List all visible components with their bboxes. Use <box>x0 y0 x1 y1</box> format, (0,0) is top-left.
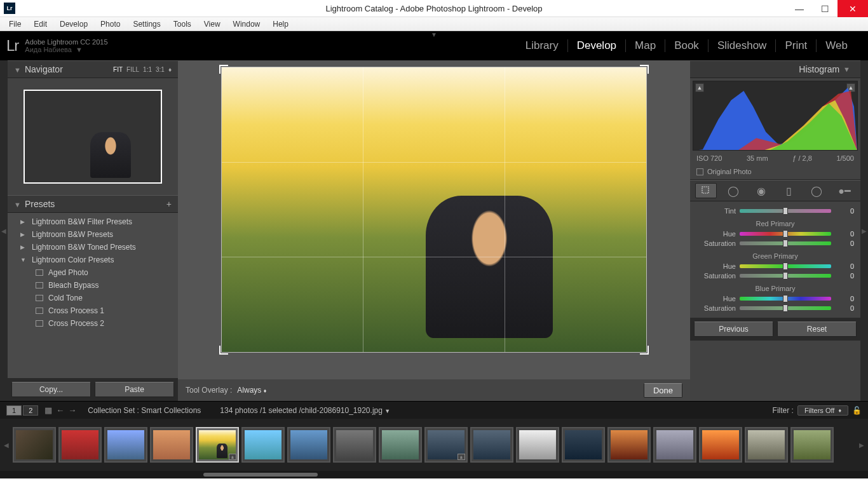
presets-header[interactable]: ▼Presets + <box>8 195 178 213</box>
preset-item[interactable]: Aged Photo <box>8 266 178 279</box>
preset-group[interactable]: ▶Lightroom B&W Toned Presets <box>8 241 178 254</box>
lock-icon[interactable]: 🔓 <box>852 406 862 415</box>
filmstrip-scrollbar[interactable] <box>0 471 868 478</box>
collection-name[interactable]: Smart Collections <box>141 406 201 415</box>
hue-slider-row[interactable]: Hue0 <box>696 262 854 270</box>
slider-thumb[interactable] <box>783 230 788 238</box>
filmstrip-thumb[interactable] <box>58 427 102 463</box>
filmstrip-left-icon[interactable]: ◀ <box>3 442 10 449</box>
module-develop[interactable]: Develop <box>568 39 626 52</box>
preset-item[interactable]: Bleach Bypass <box>8 279 178 292</box>
reset-button[interactable]: Reset <box>777 322 857 337</box>
filmstrip-thumb[interactable]: ± <box>424 427 468 463</box>
filmstrip-thumb[interactable] <box>607 427 651 463</box>
module-slideshow[interactable]: Slideshow <box>709 39 776 52</box>
radial-tool-icon[interactable]: ◯ <box>806 183 827 198</box>
menu-tools[interactable]: Tools <box>167 18 198 30</box>
hue-slider-row[interactable]: Hue0 <box>696 230 854 238</box>
menu-develop[interactable]: Develop <box>53 18 94 30</box>
filmstrip-thumb[interactable] <box>470 427 513 463</box>
previous-button[interactable]: Previous <box>694 322 773 337</box>
minimize-button[interactable]: — <box>787 0 812 17</box>
histogram-display[interactable]: ▲ ▲ <box>693 81 858 151</box>
module-web[interactable]: Web <box>817 39 857 52</box>
preset-item[interactable]: Cross Process 2 <box>8 317 178 330</box>
paste-button[interactable]: Paste <box>95 382 174 397</box>
filmstrip-right-icon[interactable]: ▶ <box>858 442 865 449</box>
checkbox-icon[interactable] <box>696 168 703 175</box>
filter-select[interactable]: Filters Off♦ <box>797 405 848 416</box>
slider-thumb[interactable] <box>783 295 788 302</box>
filmstrip-thumb[interactable] <box>790 427 834 463</box>
filmstrip-thumb[interactable] <box>653 427 696 463</box>
slider-thumb[interactable] <box>783 240 788 247</box>
module-print[interactable]: Print <box>776 39 817 52</box>
nav-zoom-3to1[interactable]: 3:1 <box>156 66 165 73</box>
menu-settings[interactable]: Settings <box>126 18 166 30</box>
view-mode-2[interactable]: 2 <box>23 405 38 416</box>
scrollbar-thumb[interactable] <box>203 473 318 477</box>
filmstrip-thumb[interactable] <box>562 427 605 463</box>
crop-overlay[interactable] <box>221 67 647 353</box>
brush-tool-icon[interactable]: ●━ <box>834 183 855 198</box>
slider-thumb[interactable] <box>783 262 788 270</box>
right-panel-collapse-icon[interactable]: ▶ <box>860 60 868 401</box>
preset-group[interactable]: ▼Lightroom Color Presets <box>8 254 178 266</box>
maximize-button[interactable]: ☐ <box>812 0 837 17</box>
menu-view[interactable]: View <box>198 18 227 30</box>
nav-forward-icon[interactable]: → <box>68 405 76 415</box>
nav-zoom-fit[interactable]: FIT <box>113 66 123 73</box>
redeye-tool-icon[interactable]: ◉ <box>750 183 772 198</box>
filmstrip-thumb[interactable] <box>379 427 422 463</box>
filename-dropdown-icon[interactable]: ▼ <box>384 408 390 414</box>
close-button[interactable]: ✕ <box>837 0 868 17</box>
nav-zoom-1to1[interactable]: 1:1 <box>143 66 152 73</box>
menu-edit[interactable]: Edit <box>27 18 53 30</box>
view-mode-1[interactable]: 1 <box>6 405 22 416</box>
crop-handle-bl[interactable] <box>219 346 228 355</box>
filmstrip-thumb[interactable] <box>104 427 147 463</box>
filmstrip-thumb-selected[interactable]: ± <box>196 427 239 463</box>
add-preset-icon[interactable]: + <box>166 199 172 209</box>
filmstrip-thumb[interactable] <box>150 427 193 463</box>
filmstrip-thumb[interactable] <box>241 427 285 463</box>
original-photo-row[interactable]: Original Photo <box>690 166 860 180</box>
slider-thumb[interactable] <box>783 304 788 312</box>
menu-file[interactable]: File <box>3 18 27 30</box>
done-button[interactable]: Done <box>644 383 682 398</box>
crop-tool-icon[interactable] <box>695 183 717 198</box>
tool-overlay-value[interactable]: Always ♦ <box>237 386 266 395</box>
tint-slider-row[interactable]: Tint 0 <box>696 207 854 215</box>
filmstrip-thumb[interactable] <box>333 427 376 463</box>
histogram-header[interactable]: Histogram ▼ <box>690 60 860 78</box>
slider-thumb[interactable] <box>783 272 788 280</box>
sat-slider-row[interactable]: Saturation0 <box>696 240 854 247</box>
menu-window[interactable]: Window <box>227 18 267 30</box>
preset-item[interactable]: Cross Process 1 <box>8 304 178 317</box>
module-book[interactable]: Book <box>665 39 709 52</box>
hue-slider-row[interactable]: Hue0 <box>696 295 854 302</box>
grid-view-icon[interactable]: ▦ <box>44 405 52 415</box>
nav-zoom-fill[interactable]: FILL <box>126 66 139 73</box>
module-map[interactable]: Map <box>626 39 665 52</box>
preset-group[interactable]: ▶Lightroom B&W Presets <box>8 228 178 241</box>
menu-photo[interactable]: Photo <box>94 18 126 30</box>
identity-dropdown-icon[interactable]: ▼ <box>76 46 83 53</box>
menu-help[interactable]: Help <box>266 18 295 30</box>
filmstrip-thumb[interactable] <box>745 427 788 463</box>
gradient-tool-icon[interactable]: ▯ <box>778 183 800 198</box>
navigator-header[interactable]: ▼Navigator FIT FILL 1:1 3:1 ♦ <box>8 60 178 78</box>
sat-slider-row[interactable]: Saturation0 <box>696 272 854 280</box>
slider-thumb[interactable] <box>783 207 788 215</box>
navigator-preview[interactable] <box>8 78 178 195</box>
copy-button[interactable]: Copy... <box>11 382 91 397</box>
top-panel-collapse-icon[interactable]: ▼ <box>431 31 437 38</box>
spot-tool-icon[interactable]: ◯ <box>722 183 744 198</box>
filmstrip-thumb[interactable] <box>699 427 742 463</box>
crop-handle-br[interactable] <box>640 346 649 355</box>
filmstrip-thumb[interactable] <box>287 427 330 463</box>
module-library[interactable]: Library <box>517 39 568 52</box>
left-panel-collapse-icon[interactable]: ◀ <box>0 60 8 401</box>
crop-handle-tr[interactable] <box>640 65 649 74</box>
nav-zoom-dropdown-icon[interactable]: ♦ <box>168 66 172 73</box>
